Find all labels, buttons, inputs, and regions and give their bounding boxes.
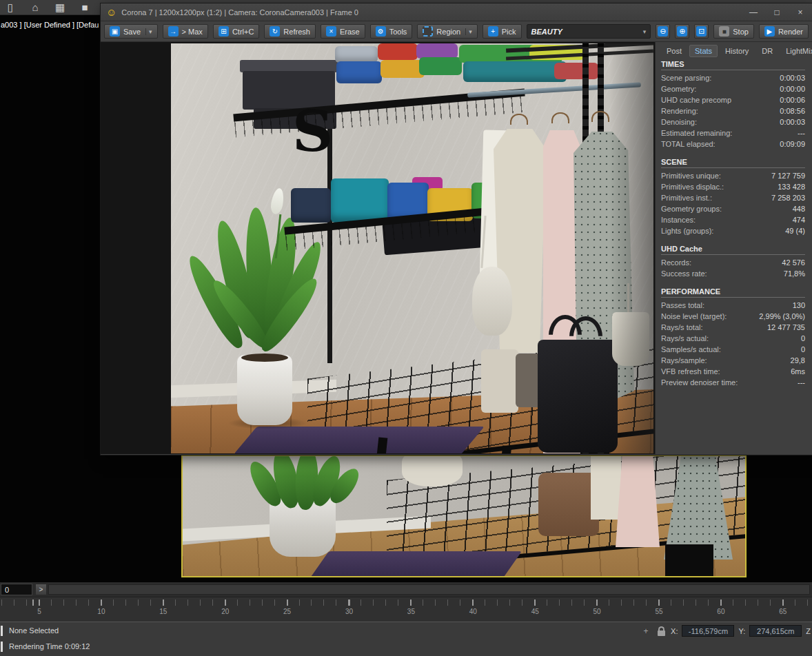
vp-rug	[309, 551, 522, 577]
home-icon[interactable]: ⌂	[28, 1, 43, 13]
prompt-handle	[1, 642, 3, 652]
time-slider-track[interactable]	[0, 582, 812, 597]
stats-row: Samples/s actual:0	[661, 345, 805, 356]
vfb-content: S	[101, 42, 812, 454]
pot-soil	[241, 353, 288, 362]
tools-button[interactable]: ⚙ Tools	[370, 24, 413, 39]
save-button[interactable]: ▣ Save ▾	[104, 24, 158, 39]
stats-section: PERFORMANCEPasses total:130Noise level (…	[661, 287, 805, 389]
tab-dr[interactable]: DR	[756, 45, 778, 57]
minimize-button[interactable]: —	[742, 3, 765, 21]
y-coordinate-field[interactable]	[749, 625, 802, 637]
x-coordinate-field[interactable]	[682, 625, 734, 637]
stats-section-heading: TIMES	[661, 60, 805, 70]
shelf-foot	[501, 445, 511, 453]
folded-clothes	[416, 43, 458, 59]
square-icon[interactable]: ■	[77, 1, 92, 13]
vp-white-bag	[402, 455, 463, 486]
tab-post[interactable]: Post	[661, 45, 687, 57]
refresh-button[interactable]: ↻ Refresh	[264, 24, 316, 39]
timeline-ruler[interactable]: 5101520253035404550556065	[0, 598, 812, 622]
chevron-down-icon: ▾	[643, 28, 647, 35]
next-frame-button[interactable]: >	[35, 584, 47, 595]
stats-row: Estimated remaining:---	[661, 129, 805, 140]
copy-icon: ⊞	[219, 26, 229, 37]
timeline-tick-label: 15	[159, 608, 167, 615]
zoom-out-button[interactable]: ⊖	[656, 24, 670, 39]
vp-pink-dress	[616, 456, 660, 547]
render-button[interactable]: ▶ Render	[759, 24, 809, 39]
stats-panel: Post Stats History DR LightMix TIMESScen…	[655, 42, 812, 454]
save-icon: ▣	[110, 26, 120, 37]
zoom-in-button[interactable]: ⊕	[675, 24, 689, 39]
to-max-button[interactable]: → > Max	[163, 24, 208, 39]
timeline-tick-label: 60	[717, 608, 724, 615]
vfb-tabs: Post Stats History DR LightMix	[661, 45, 805, 57]
stats-row: Primitives unique:7 127 759	[661, 172, 805, 183]
stats-row: Records:42 576	[661, 258, 805, 269]
erase-button[interactable]: × Erase	[321, 24, 365, 39]
viewport-label[interactable]: a003 ] [User Defined ] [Defau	[1, 21, 99, 29]
maximize-button[interactable]: □	[765, 3, 789, 21]
stop-icon: ■	[719, 26, 729, 37]
region-icon	[423, 26, 433, 37]
hanger-icon	[551, 112, 569, 123]
save-dropdown-icon: ▾	[145, 28, 152, 35]
tab-stats[interactable]: Stats	[689, 45, 718, 57]
render-canvas[interactable]: S	[101, 42, 655, 454]
timeline-tick-label: 35	[407, 608, 415, 615]
z-coordinate-label: Z	[806, 627, 811, 635]
zoom-out-icon: ⊖	[658, 26, 668, 37]
render-icon: ▶	[764, 26, 775, 37]
timeline-tick-label: 5	[37, 608, 41, 615]
stats-row: UHD cache precomp0:00:06	[661, 96, 805, 107]
zoom-in-icon: ⊕	[677, 26, 687, 37]
stats-section: TIMESScene parsing:0:00:03Geometry:0:00:…	[661, 60, 805, 151]
stop-button[interactable]: ■ Stop	[713, 24, 754, 39]
timeline-tick-label: 10	[97, 608, 105, 615]
hanger-icon	[591, 111, 609, 122]
stats-row: Geometry:0:00:00	[661, 85, 805, 96]
stats-section-heading: UHD Cache	[661, 245, 805, 255]
timeline-tick-label: 50	[593, 608, 601, 615]
tab-lightmix[interactable]: LightMix	[780, 45, 812, 57]
prompt-handle	[1, 626, 3, 636]
vfb-toolbar: ▣ Save ▾ → > Max ⊞ Ctrl+C ↻ Refresh × Er…	[101, 21, 812, 42]
stats-row: Instances:474	[661, 216, 805, 227]
gear-icon: ⚙	[376, 26, 386, 37]
region-button[interactable]: Region ▾	[417, 24, 477, 39]
vfb-titlebar[interactable]: ☺ Corona 7 | 1200x1200px (1:2) | Camera:…	[101, 3, 812, 21]
time-slider-groove[interactable]	[48, 584, 810, 595]
tab-history[interactable]: History	[720, 45, 754, 57]
viewport-render[interactable]	[181, 455, 747, 577]
folded-clothes	[378, 43, 418, 60]
folded-clothes	[419, 57, 462, 75]
pick-icon: +	[488, 26, 498, 37]
stats-section-heading: PERFORMANCE	[661, 287, 805, 298]
rendering-time-status: Rendering Time 0:09:12	[9, 642, 90, 650]
s-hook: S	[292, 103, 333, 159]
grid-icon[interactable]: ▦	[52, 1, 68, 14]
stats-row: Denoising:0:00:03	[661, 118, 805, 129]
stats-section-heading: SCENE	[661, 158, 805, 168]
stats-row: Primitives displac.:133 428	[661, 183, 805, 194]
timeline-tick-label: 20	[221, 608, 229, 615]
rug	[234, 427, 485, 453]
screen: ▯ ⌂ ▦ ■ a003 ] [User Defined ] [Defau ☺ …	[0, 0, 812, 656]
copy-button[interactable]: ⊞ Ctrl+C	[213, 24, 259, 39]
folded-clothes	[380, 60, 425, 78]
timeline-tick-label: 40	[469, 608, 477, 615]
zoom-fit-icon: ⊡	[696, 26, 707, 37]
timeline: > 5101520253035404550556065	[0, 582, 812, 622]
zoom-fit-button[interactable]: ⊡	[694, 24, 709, 39]
vp-brown-bag	[538, 473, 599, 536]
channel-select[interactable]: BEAUTY ▾	[527, 24, 651, 39]
window-icon[interactable]: ▯	[3, 1, 18, 14]
render-image: S	[171, 43, 653, 453]
transform-gizmo-icon[interactable]: +	[640, 626, 651, 637]
pick-button[interactable]: + Pick	[483, 24, 522, 39]
folded-clothes	[554, 63, 598, 79]
close-button[interactable]: ×	[789, 3, 812, 21]
selection-lock-icon[interactable]	[656, 626, 667, 637]
frame-number-field[interactable]	[1, 584, 32, 595]
